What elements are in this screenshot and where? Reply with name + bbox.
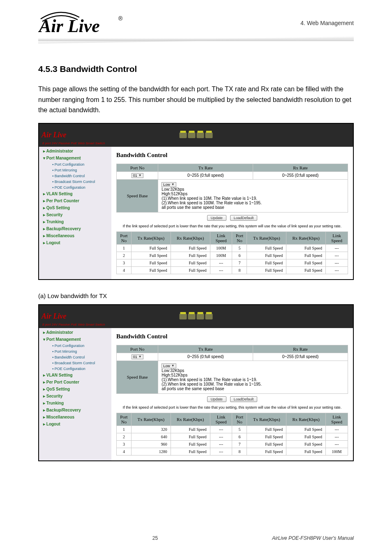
rh-tx-b: Tx Rate(Kbps) <box>247 413 286 426</box>
nav-poe-configuration[interactable]: POE Configuration <box>52 185 111 190</box>
th-port-no: Port No <box>117 345 158 353</box>
speed-low-line: Low:32Kbps <box>161 368 344 373</box>
rh-port-no: Port No <box>117 413 131 426</box>
nav-port-management[interactable]: Port Management <box>43 336 111 343</box>
chevron-down-icon: ▼ <box>138 173 142 177</box>
speed-rule-2: (2).When link speed is 100M. The Rate va… <box>161 201 344 205</box>
screenshot-1: Air Live 8 port 24V Passive PoE Web Smar… <box>38 123 354 280</box>
nav-bandwidth-control[interactable]: Bandwidth Control <box>52 354 111 360</box>
port-select-value: 01 <box>133 173 137 178</box>
rates-table-2: Port No Tx Rate(Kbps) Rx Rate(Kbps) Link… <box>116 413 348 456</box>
rh-port-no-b: Port No <box>232 231 247 244</box>
nav-broadcast-storm[interactable]: Broadcast Storm Control <box>52 179 111 185</box>
svg-text:®: ® <box>118 15 123 22</box>
th-port-no: Port No <box>117 164 158 171</box>
th-rx-rate: Rx Rate <box>253 345 348 353</box>
nav-qos-setting[interactable]: QoS Setting <box>43 386 111 393</box>
header-divider <box>38 39 354 50</box>
page-number: 25 <box>152 535 158 541</box>
config-table: Port No Tx Rate Rx Rate 01 ▼ 0~2 <box>116 345 348 394</box>
speed-low-line: Low:32Kbps <box>161 187 344 192</box>
tx-range[interactable]: 0~255 (0:full speed) <box>158 171 253 179</box>
chevron-down-icon: ▼ <box>171 183 175 186</box>
rh-tx-b: Tx Rate(Kbps) <box>247 231 286 244</box>
speed-high-line: High:512Kbps <box>161 373 344 377</box>
table-row: 2Full SpeedFull Speed100M6Full SpeedFull… <box>117 252 348 259</box>
update-button[interactable]: Update <box>207 396 226 402</box>
nav-port-configuration[interactable]: Port Configuration <box>52 162 111 167</box>
nav-port-configuration[interactable]: Port Configuration <box>52 343 111 349</box>
brand-subtitle: 8 port 24V Passive PoE Web Smart Switch <box>42 141 105 145</box>
rh-port-no: Port No <box>117 231 131 244</box>
load-default-button[interactable]: LoadDefault <box>230 396 258 402</box>
chevron-down-icon: ▼ <box>138 355 142 358</box>
table-row: 1Full SpeedFull Speed100M5Full SpeedFull… <box>117 244 348 252</box>
table-row: 41280Full Speed---8Full SpeedFull Speed1… <box>117 448 348 455</box>
table-row: 1320Full Speed---5Full SpeedFull Speed--… <box>117 426 348 433</box>
rh-link-b: Link Speed <box>326 413 348 426</box>
nav-logout[interactable]: Logout <box>43 239 111 246</box>
nav-backup-recovery[interactable]: Backup/Recovery <box>43 407 111 414</box>
nav-logout[interactable]: Logout <box>43 421 111 428</box>
nav-miscellaneous[interactable]: Miscellaneous <box>43 414 111 421</box>
port-leds-icon <box>180 314 213 319</box>
rh-link-b: Link Speed <box>326 231 348 244</box>
airlive-logo: Air Live ® <box>38 8 125 35</box>
speed-rule-1: (1).When link speed is 10M. The Rate val… <box>161 377 344 382</box>
nav-poe-configuration[interactable]: POE Configuration <box>52 366 111 372</box>
rh-rx: Rx Rate(Kbps) <box>171 413 210 426</box>
nav-vlan-setting[interactable]: VLAN Setting <box>43 372 111 379</box>
nav-security[interactable]: Security <box>43 393 111 400</box>
caption-a: (a) Low bandwidth for TX <box>38 292 354 299</box>
rx-range[interactable]: 0~255 (0:full speed) <box>253 353 348 361</box>
speed-rule-3: all ports use the same speed base <box>161 205 344 210</box>
side-nav: Administrator Port Management Port Confi… <box>39 328 111 460</box>
nav-bandwidth-control[interactable]: Bandwidth Control <box>52 173 111 179</box>
nav-broadcast-storm[interactable]: Broadcast Storm Control <box>52 360 111 366</box>
load-default-button[interactable]: LoadDefault <box>230 215 258 221</box>
speed-base-value: Low <box>163 364 170 368</box>
speed-base-select[interactable]: Low ▼ <box>161 363 176 368</box>
rh-link: Link Speed <box>210 413 232 426</box>
chevron-down-icon: ▼ <box>171 364 175 368</box>
speed-base-value: Low <box>163 183 170 187</box>
nav-port-management[interactable]: Port Management <box>43 155 111 162</box>
nav-qos-setting[interactable]: QoS Setting <box>43 204 111 211</box>
nav-per-port-counter[interactable]: Per Port Counter <box>43 379 111 386</box>
port-select[interactable]: 01 ▼ <box>131 173 143 178</box>
rh-rx: Rx Rate(Kbps) <box>171 231 210 244</box>
nav-port-mirroring[interactable]: Port Mirroring <box>52 167 111 173</box>
rh-tx: Tx Rate(Kbps) <box>131 231 171 244</box>
config-table: Port No Tx Rate Rx Rate 01 ▼ 0~2 <box>116 164 348 213</box>
rh-port-no-b: Port No <box>232 413 247 426</box>
port-select-value: 01 <box>133 355 137 359</box>
th-rx-rate: Rx Rate <box>253 164 348 171</box>
rx-range[interactable]: 0~255 (0:full speed) <box>253 171 348 179</box>
nav-backup-recovery[interactable]: Backup/Recovery <box>43 225 111 232</box>
nav-vlan-setting[interactable]: VLAN Setting <box>43 190 111 197</box>
table-row: 3Full SpeedFull Speed---7Full SpeedFull … <box>117 259 348 266</box>
update-button[interactable]: Update <box>207 215 226 221</box>
nav-administrator[interactable]: Administrator <box>43 329 111 336</box>
panel-title: Bandwidth Control <box>116 331 348 344</box>
nav-miscellaneous[interactable]: Miscellaneous <box>43 232 111 239</box>
nav-trunking[interactable]: Trunking <box>43 218 111 225</box>
nav-security[interactable]: Security <box>43 211 111 218</box>
speed-rule-3: all ports use the same speed base <box>161 386 344 391</box>
screenshot-2: Air Live 8 port 24V Passive PoE Web Smar… <box>38 304 354 461</box>
nav-per-port-counter[interactable]: Per Port Counter <box>43 197 111 204</box>
speed-high-line: High:512Kbps <box>161 192 344 196</box>
nav-port-mirroring[interactable]: Port Mirroring <box>52 349 111 354</box>
table-row: 4Full SpeedFull Speed---8Full SpeedFull … <box>117 266 348 274</box>
nav-trunking[interactable]: Trunking <box>43 400 111 407</box>
tx-range[interactable]: 0~255 (0:full speed) <box>158 353 253 361</box>
rh-rx-b: Rx Rate(Kbps) <box>286 413 326 426</box>
panel-title: Bandwidth Control <box>116 150 348 163</box>
brand-subtitle: 8 port 24V Passive PoE Web Smart Switch <box>42 323 105 326</box>
speed-rule-1: (1).When link speed is 10M. The Rate val… <box>161 196 344 201</box>
nav-administrator[interactable]: Administrator <box>43 148 111 155</box>
port-leds-icon <box>180 132 213 138</box>
port-select[interactable]: 01 ▼ <box>131 354 143 359</box>
speed-base-select[interactable]: Low ▼ <box>161 182 176 187</box>
speed-rule-2: (2).When link speed is 100M. The Rate va… <box>161 382 344 386</box>
